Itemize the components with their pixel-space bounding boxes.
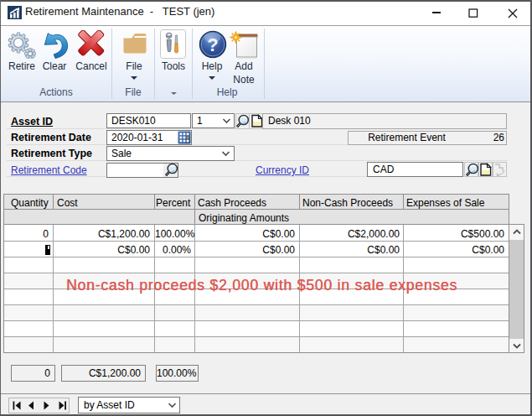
- svg-text:?: ?: [207, 34, 218, 55]
